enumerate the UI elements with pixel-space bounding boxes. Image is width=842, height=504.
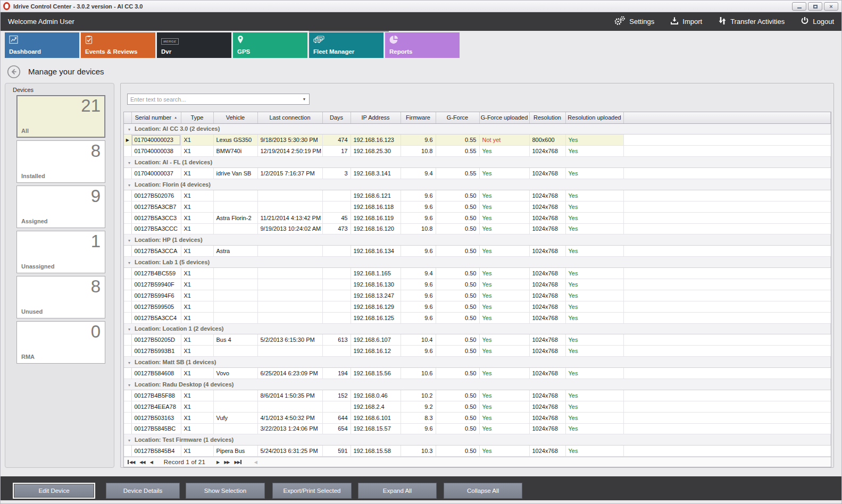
cell-last_connection[interactable]: 4/1/2013 4:50:32 PM	[257, 412, 322, 423]
cell-gforce_uploaded[interactable]: Yes	[479, 423, 529, 434]
cell-firmware[interactable]: 9.6	[401, 423, 436, 434]
cell-gforce_uploaded[interactable]: Yes	[479, 390, 529, 401]
cell-serial[interactable]: 00127B5A3CCC	[131, 223, 181, 234]
cell-resolution_uploaded[interactable]: Yes	[565, 446, 623, 457]
table-row[interactable]: 00127B5A3CB7X1192.168.16.1189.60.50Yes10…	[124, 201, 831, 212]
cell-serial[interactable]: 017040000023	[131, 135, 181, 146]
tab-reports[interactable]: Reports	[385, 32, 460, 58]
cell-serial[interactable]: 00127B5994F6	[131, 290, 181, 301]
cell-last_connection[interactable]	[257, 246, 322, 257]
cell-type[interactable]: X1	[181, 279, 213, 290]
cell-gforce_uploaded[interactable]: Yes	[479, 346, 529, 357]
cell-last_connection[interactable]	[257, 290, 322, 301]
collapse-group-icon[interactable]: ▾	[128, 183, 130, 188]
cell-resolution[interactable]: 1024x768	[529, 423, 565, 434]
cell-type[interactable]: X1	[181, 401, 213, 412]
cell-firmware[interactable]: 9.4	[401, 268, 436, 279]
cell-last_connection[interactable]	[257, 301, 322, 312]
cell-gforce_uploaded[interactable]: Yes	[479, 401, 529, 412]
cell-last_connection[interactable]: 3/22/2013 1:24:06 PM	[257, 423, 322, 434]
cell-resolution[interactable]: 1024x768	[529, 201, 565, 212]
cell-type[interactable]: X1	[181, 390, 213, 401]
cell-serial[interactable]: 00127B584608	[131, 368, 181, 379]
cell-days[interactable]: 591	[322, 446, 351, 457]
cell-gforce[interactable]: 0.55	[436, 135, 479, 146]
cell-ip[interactable]: 192.168.6.101	[351, 412, 401, 423]
cell-type[interactable]: X1	[181, 301, 213, 312]
cell-ip[interactable]: 192.168.15.58	[351, 446, 401, 457]
cell-resolution_uploaded[interactable]: Yes	[565, 312, 623, 323]
collapse-group-icon[interactable]: ▾	[128, 383, 130, 388]
device-filter-card-installed[interactable]: 8 Installed	[16, 140, 105, 183]
cell-gforce_uploaded[interactable]: Yes	[479, 168, 529, 179]
cell-gforce[interactable]: 0.50	[436, 368, 479, 379]
cell-gforce[interactable]: 0.55	[436, 168, 479, 179]
cell-resolution[interactable]: 1024x768	[529, 334, 565, 346]
cell-resolution_uploaded[interactable]: Yes	[565, 390, 623, 401]
maximize-button[interactable]	[808, 2, 822, 11]
cell-gforce_uploaded[interactable]: Yes	[479, 212, 529, 223]
search-input[interactable]	[128, 96, 299, 103]
cell-vehicle[interactable]: Pipera Bus	[213, 446, 257, 457]
cell-ip[interactable]: 192.168.2.4	[351, 401, 401, 412]
cell-serial[interactable]: 00127B5A3CC4	[131, 312, 181, 323]
cell-gforce[interactable]: 0.50	[436, 212, 479, 223]
cell-gforce[interactable]: 0.50	[436, 390, 479, 401]
tab-dvr[interactable]: MERGE Dvr	[157, 32, 231, 58]
expand-all-button[interactable]: Expand All	[358, 483, 437, 499]
cell-type[interactable]: X1	[181, 423, 213, 434]
column-header-type[interactable]: Type	[181, 112, 213, 123]
cell-ip[interactable]: 192.168.13.247	[351, 290, 401, 301]
cell-serial[interactable]: 00127B5A3CC3	[131, 212, 181, 223]
cell-vehicle[interactable]: Vovo	[213, 368, 257, 379]
cell-days[interactable]: 194	[322, 368, 351, 379]
cell-type[interactable]: X1	[181, 412, 213, 423]
group-row[interactable]: ▾Location: Florin (4 devices)	[124, 179, 831, 190]
column-header-gforce_uploaded[interactable]: G-Force uploaded	[479, 112, 529, 123]
collapse-group-icon[interactable]: ▾	[128, 127, 130, 132]
group-row[interactable]: ▾Location: Radu Desktop (4 devices)	[124, 379, 831, 390]
cell-gforce[interactable]: 0.50	[436, 268, 479, 279]
cell-type[interactable]: X1	[181, 268, 213, 279]
cell-days[interactable]: 152	[322, 390, 351, 401]
cell-firmware[interactable]: 10.8	[401, 223, 436, 234]
table-row[interactable]: 00127B50205DX1Bus 45/2/2013 6:15:30 PM61…	[124, 334, 831, 346]
cell-vehicle[interactable]: Astra Florin-2	[213, 212, 257, 223]
cell-resolution[interactable]: 1024x768	[529, 390, 565, 401]
cell-ip[interactable]: 192.168.15.57	[351, 423, 401, 434]
cell-type[interactable]: X1	[181, 135, 213, 146]
cell-gforce_uploaded[interactable]: Yes	[479, 446, 529, 457]
cell-gforce_uploaded[interactable]: Yes	[479, 246, 529, 257]
cell-gforce[interactable]: 0.50	[436, 446, 479, 457]
cell-resolution[interactable]: 1024x768	[529, 312, 565, 323]
collapse-group-icon[interactable]: ▾	[128, 161, 130, 165]
table-row[interactable]: 00127B5994F6X1192.168.13.2479.60.50Yes10…	[124, 290, 831, 301]
cell-gforce_uploaded[interactable]: Yes	[479, 301, 529, 312]
tab-dashboard[interactable]: Dashboard	[5, 32, 79, 58]
cell-vehicle[interactable]	[213, 312, 257, 323]
cell-ip[interactable]: 192.168.16.120	[351, 223, 401, 234]
collapse-group-icon[interactable]: ▾	[128, 438, 130, 443]
table-row[interactable]: 017040000038X1BMW740i12/19/2014 2:50:19 …	[124, 146, 831, 157]
cell-gforce_uploaded[interactable]: Yes	[479, 268, 529, 279]
minimize-button[interactable]	[792, 2, 806, 11]
cell-gforce[interactable]: 0.50	[436, 334, 479, 346]
cell-days[interactable]: 474	[322, 135, 351, 146]
cell-resolution_uploaded[interactable]: Yes	[565, 168, 623, 179]
cell-type[interactable]: X1	[181, 312, 213, 323]
cell-gforce_uploaded[interactable]: Not yet	[479, 135, 529, 146]
cell-serial[interactable]: 00127B50205D	[131, 334, 181, 346]
tab-gps[interactable]: GPS	[233, 32, 307, 58]
cell-resolution[interactable]: 1024x768	[529, 168, 565, 179]
cell-vehicle[interactable]	[213, 423, 257, 434]
cell-vehicle[interactable]	[213, 346, 257, 357]
collapse-group-icon[interactable]: ▾	[128, 238, 130, 243]
next-page-button[interactable]: ▶▶	[224, 460, 229, 465]
cell-resolution[interactable]: 800x600	[529, 135, 565, 146]
edit-device-button[interactable]: Edit Device	[13, 483, 95, 499]
group-row[interactable]: ▾Location: Test Firmware (1 devices)	[124, 434, 831, 446]
cell-serial[interactable]: 00127B5993B1	[131, 346, 181, 357]
cell-firmware[interactable]: 9.6	[401, 346, 436, 357]
last-record-button[interactable]: ▶▶	[235, 460, 242, 465]
cell-last_connection[interactable]: 12/19/2014 2:50:19 PM	[257, 146, 322, 157]
